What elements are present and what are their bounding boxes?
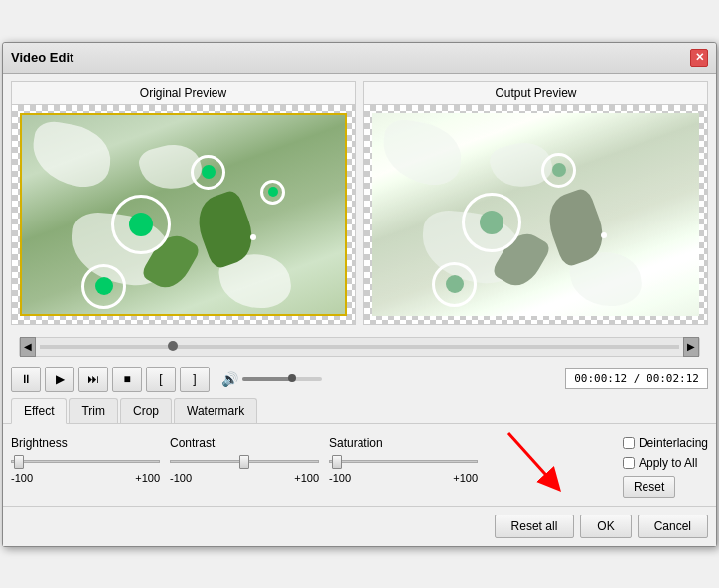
mark-in-button[interactable]: [: [146, 367, 176, 392]
output-target-1: [462, 193, 521, 252]
output-preview-content: [364, 105, 707, 324]
contrast-max: +100: [294, 472, 319, 484]
timeline-thumb[interactable]: [168, 341, 178, 351]
output-video-frame: [372, 113, 699, 316]
bottom-bar: Reset all OK Cancel: [3, 506, 716, 546]
output-small-dot-1: [601, 232, 607, 238]
brightness-slider-container[interactable]: [11, 454, 160, 470]
brightness-min: -100: [11, 472, 33, 484]
right-controls: Deinterlacing Apply to All Reset: [623, 436, 708, 498]
timeline-right-edge[interactable]: ▶: [683, 337, 699, 357]
target-3-inner: [95, 277, 113, 295]
close-button[interactable]: ✕: [690, 49, 708, 67]
saturation-track[interactable]: [329, 460, 478, 463]
contrast-values: -100 +100: [170, 472, 319, 484]
output-target-3-inner: [446, 275, 464, 293]
output-target-3: [432, 262, 477, 307]
pause-button[interactable]: ⏸: [11, 367, 41, 392]
timeline-left-edge[interactable]: ◀: [20, 337, 36, 357]
apply-to-all-checkbox[interactable]: [623, 457, 635, 469]
play-button[interactable]: ▶: [45, 367, 74, 392]
saturation-values: -100 +100: [329, 472, 478, 484]
saturation-thumb[interactable]: [332, 455, 342, 469]
contrast-track[interactable]: [170, 460, 319, 463]
saturation-min: -100: [329, 472, 351, 484]
apply-to-all-label: Apply to All: [639, 456, 697, 470]
deinterlacing-checkbox[interactable]: [623, 437, 635, 449]
tab-trim[interactable]: Trim: [69, 398, 118, 423]
original-preview-label: Original Preview: [12, 82, 355, 105]
tab-crop[interactable]: Crop: [120, 398, 172, 423]
output-preview-panel: Output Preview: [363, 81, 708, 325]
brightness-group: Brightness -100 +100: [11, 436, 170, 484]
output-preview-label: Output Preview: [364, 82, 707, 105]
controls-bar: ⏸ ▶ ⏭ ■ [ ] 🔊 00:00:12 / 00:02:12: [3, 361, 716, 398]
ok-button[interactable]: OK: [580, 514, 631, 538]
brightness-thumb[interactable]: [14, 455, 24, 469]
preview-area: Original Preview: [3, 74, 716, 333]
target-2-inner: [202, 165, 216, 179]
tab-watermark[interactable]: Watermark: [174, 398, 257, 423]
output-target-2: [541, 153, 576, 188]
saturation-slider-container[interactable]: [329, 454, 478, 470]
apply-row: Apply to All: [623, 456, 697, 470]
original-preview-panel: Original Preview: [11, 81, 356, 325]
contrast-group: Contrast -100 +100: [170, 436, 329, 484]
sliders-row: Brightness -100 +100 Contrast: [11, 436, 708, 498]
saturation-group: Saturation -100 +100: [329, 436, 488, 484]
timeline-bar[interactable]: ◀ ▶: [19, 337, 700, 357]
brightness-track[interactable]: [11, 460, 160, 463]
timeline-track[interactable]: [40, 345, 679, 349]
mark-out-button[interactable]: ]: [180, 367, 210, 392]
cancel-button[interactable]: Cancel: [638, 514, 708, 538]
target-4-inner: [268, 187, 278, 197]
volume-thumb[interactable]: [288, 374, 296, 382]
stop-button[interactable]: ■: [112, 367, 142, 392]
tabs-area: Effect Trim Crop Watermark: [3, 398, 716, 424]
target-4: [260, 180, 285, 205]
small-dot-1: [250, 234, 256, 240]
volume-icon: 🔊: [221, 371, 238, 387]
reset-all-button[interactable]: Reset all: [495, 514, 575, 538]
brightness-label: Brightness: [11, 436, 68, 450]
output-target-2-inner: [552, 163, 566, 177]
contrast-min: -100: [170, 472, 192, 484]
dialog-title: Video Edit: [11, 50, 73, 65]
contrast-slider-container[interactable]: [170, 454, 319, 470]
brightness-max: +100: [135, 472, 160, 484]
output-target-1-inner: [480, 211, 503, 234]
timeline-area: ◀ ▶: [3, 333, 716, 361]
effect-panel: Brightness -100 +100 Contrast: [3, 424, 716, 506]
target-1: [111, 195, 171, 254]
title-bar: Video Edit ✕: [3, 43, 716, 74]
output-scene: [372, 113, 699, 316]
volume-slider[interactable]: [242, 377, 322, 381]
brightness-values: -100 +100: [11, 472, 160, 484]
target-3: [81, 264, 126, 309]
original-scene: [22, 115, 345, 314]
contrast-label: Contrast: [170, 436, 215, 450]
time-display: 00:00:12 / 00:02:12: [565, 368, 708, 389]
saturation-label: Saturation: [329, 436, 383, 450]
volume-area: 🔊: [221, 371, 322, 387]
tab-effect[interactable]: Effect: [11, 398, 67, 424]
target-1-inner: [129, 213, 153, 236]
target-2: [191, 155, 225, 190]
contrast-thumb[interactable]: [239, 455, 249, 469]
reset-button[interactable]: Reset: [623, 476, 675, 498]
volume-fill: [242, 377, 290, 381]
original-video-frame: [20, 113, 347, 316]
next-frame-button[interactable]: ⏭: [78, 367, 108, 392]
saturation-max: +100: [453, 472, 478, 484]
deinterlacing-row: Deinterlacing: [623, 436, 708, 450]
deinterlacing-label: Deinterlacing: [639, 436, 708, 450]
original-preview-content: [12, 105, 355, 324]
